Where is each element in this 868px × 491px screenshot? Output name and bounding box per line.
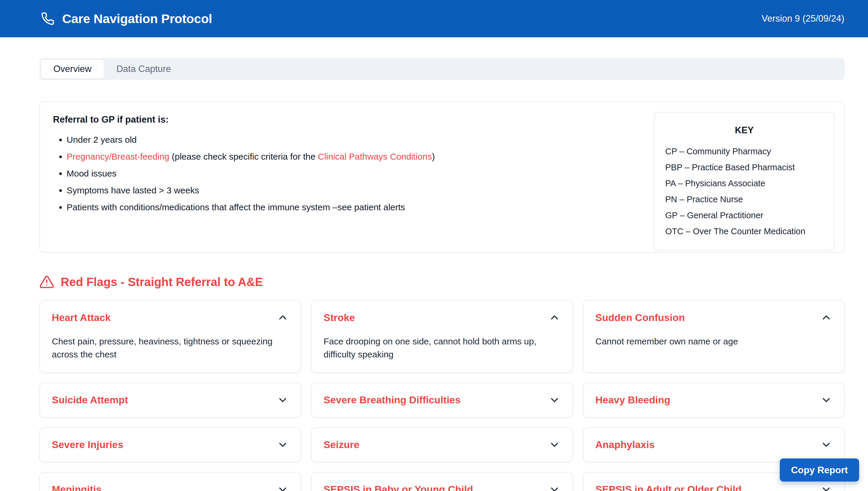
tab-overview[interactable]: Overview xyxy=(41,60,104,79)
referral-text-segment: ) xyxy=(432,152,435,162)
referral-text-segment: Patients with conditions/medications tha… xyxy=(67,202,405,212)
warning-triangle-icon xyxy=(39,275,54,289)
red-flag-card-title: SEPSIS in Baby or Young Child xyxy=(324,484,473,491)
red-flag-card: Suicide Attempt xyxy=(39,383,301,417)
red-flag-card-header[interactable]: Sudden Confusion xyxy=(595,300,832,334)
red-flag-card: Heavy Bleeding xyxy=(583,383,845,417)
referral-text-segment: Mood issues xyxy=(67,169,116,178)
red-flag-card-header[interactable]: Seizure xyxy=(324,428,561,462)
key-entry: CP – Community Pharmacy xyxy=(665,143,823,159)
tab-bar: Overview Data Capture xyxy=(39,58,845,80)
referral-text-segment: Symptoms have lasted > 3 weeks xyxy=(67,185,199,195)
red-flag-card-header[interactable]: Meningitis xyxy=(52,473,289,491)
red-flag-card-title: Suicide Attempt xyxy=(52,394,128,406)
chevron-down-icon xyxy=(820,394,832,406)
chevron-down-icon xyxy=(548,394,561,406)
red-flag-card-title: Stroke xyxy=(324,312,355,323)
chevron-down-icon xyxy=(548,484,561,491)
chevron-up-icon xyxy=(277,312,289,323)
red-flag-card: Stroke Face drooping on one side, cannot… xyxy=(311,300,573,373)
red-flag-card: Anaphylaxis xyxy=(583,427,845,462)
red-flags-grid: Heart Attack Chest pain, pressure, heavi… xyxy=(39,300,845,491)
red-flag-card: Severe Breathing Difficulties xyxy=(311,383,573,417)
red-flags-heading: Red Flags - Straight Referral to A&E xyxy=(39,275,845,289)
red-flag-card-header[interactable]: Heavy Bleeding xyxy=(595,383,832,417)
chevron-down-icon xyxy=(277,439,289,451)
referral-text-segment: Under 2 years old xyxy=(67,135,137,145)
red-flag-card-header[interactable]: Suicide Attempt xyxy=(52,383,289,417)
red-flag-card: Severe Injuries xyxy=(39,427,301,462)
chevron-up-icon xyxy=(548,312,561,323)
app-header: Care Navigation Protocol Version 9 (25/0… xyxy=(0,0,868,37)
red-flag-card-header[interactable]: Anaphylaxis xyxy=(595,428,832,462)
red-flag-card-title: Meningitis xyxy=(52,484,101,491)
phone-icon xyxy=(41,12,55,26)
red-flag-card-description: Chest pain, pressure, heaviness, tightne… xyxy=(52,334,286,372)
key-entry: OTC – Over The Counter Medication xyxy=(665,223,823,239)
key-title: KEY xyxy=(665,125,823,136)
red-flag-card-title: Severe Breathing Difficulties xyxy=(324,394,461,406)
clinical-pathways-link[interactable]: Clinical Pathways Conditions xyxy=(318,152,432,162)
main-content: Overview Data Capture Referral to GP if … xyxy=(0,58,868,491)
red-flag-card-header[interactable]: Heart Attack xyxy=(52,300,289,334)
red-flag-card: Sudden Confusion Cannot remember own nam… xyxy=(583,300,845,373)
key-entry: PA – Physicians Associate xyxy=(665,175,823,191)
chevron-down-icon xyxy=(548,439,561,451)
red-flag-card: Seizure xyxy=(311,427,573,462)
red-flag-card-title: Sudden Confusion xyxy=(595,312,685,323)
chevron-down-icon xyxy=(820,484,832,491)
key-entry: GP – General Practitioner xyxy=(665,207,823,223)
referral-text-segment: (please check specific criteria for the xyxy=(169,152,318,162)
copy-report-button[interactable]: Copy Report xyxy=(780,458,859,482)
red-flag-card-title: SEPSIS in Adult or Older Child xyxy=(595,484,742,491)
red-flag-card-header[interactable]: Severe Injuries xyxy=(52,428,289,462)
chevron-down-icon xyxy=(820,439,832,451)
chevron-down-icon xyxy=(277,484,289,491)
chevron-down-icon xyxy=(277,394,289,406)
tab-data-capture[interactable]: Data Capture xyxy=(104,60,183,79)
page-title: Care Navigation Protocol xyxy=(62,11,212,26)
red-flag-card-title: Seizure xyxy=(324,439,359,451)
red-flag-card-description: Cannot remember own name or age xyxy=(595,334,829,359)
red-flag-card-header[interactable]: SEPSIS in Baby or Young Child xyxy=(324,473,561,491)
key-entry: PN – Practice Nurse xyxy=(665,191,823,207)
red-flag-card-title: Heart Attack xyxy=(52,312,111,323)
red-flag-card-title: Heavy Bleeding xyxy=(595,394,670,406)
red-flag-card: Meningitis xyxy=(39,472,301,491)
referral-text-segment: Pregnancy/Breast-feeding xyxy=(67,152,169,162)
red-flag-card-title: Severe Injuries xyxy=(52,439,123,451)
chevron-up-icon xyxy=(820,312,832,323)
key-entry: PBP – Practice Based Pharmacist xyxy=(665,159,823,175)
referral-panel: Referral to GP if patient is: Under 2 ye… xyxy=(39,101,845,253)
red-flag-card-description: Face drooping on one side, cannot hold b… xyxy=(324,334,558,372)
red-flag-card-title: Anaphylaxis xyxy=(595,439,655,451)
red-flag-card: Heart Attack Chest pain, pressure, heavi… xyxy=(39,300,301,373)
red-flag-card-header[interactable]: Stroke xyxy=(324,300,561,334)
key-box: KEY CP – Community PharmacyPBP – Practic… xyxy=(654,112,835,251)
red-flags-heading-text: Red Flags - Straight Referral to A&E xyxy=(61,276,263,289)
red-flag-card: SEPSIS in Baby or Young Child xyxy=(311,472,573,491)
red-flag-card-header[interactable]: Severe Breathing Difficulties xyxy=(324,383,561,417)
version-label: Version 9 (25/09/24) xyxy=(762,13,844,24)
key-list: CP – Community PharmacyPBP – Practice Ba… xyxy=(665,143,823,239)
